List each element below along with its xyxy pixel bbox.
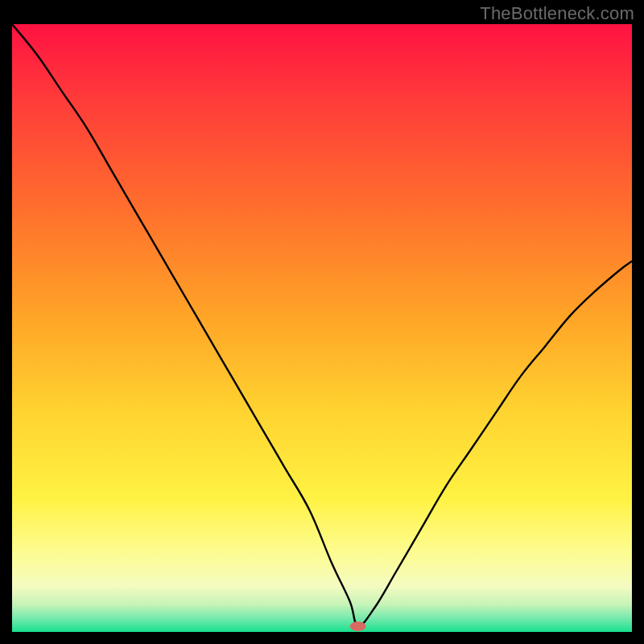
chart-frame (12, 24, 632, 632)
optimal-point-marker (350, 621, 366, 631)
bottleneck-chart (12, 24, 632, 632)
watermark-text: TheBottleneck.com (480, 3, 634, 24)
